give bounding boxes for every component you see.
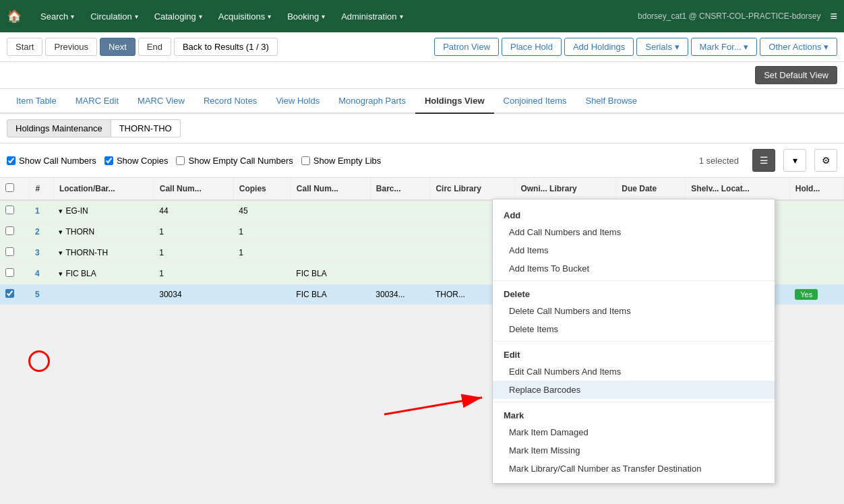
row-call-num2: [291, 200, 370, 222]
row-copies: [233, 263, 291, 284]
col-hold: Hold...: [789, 178, 843, 200]
col-barcode: Barc...: [370, 178, 430, 200]
next-button[interactable]: Next: [100, 38, 135, 56]
show-empty-libs-option[interactable]: Show Empty Libs: [301, 156, 381, 166]
hamburger-menu-icon[interactable]: ≡: [830, 9, 837, 24]
set-default-view-row: Set Default View: [0, 62, 844, 89]
show-empty-libs-label: Show Empty Libs: [313, 156, 381, 166]
row-checkbox-selected[interactable]: [5, 289, 14, 298]
set-default-view-button[interactable]: Set Default View: [755, 66, 837, 84]
row-location: ▾THORN-TH: [53, 243, 154, 263]
menu-item-add-call-numbers[interactable]: Add Call Numbers and Items: [493, 223, 775, 241]
row-num: 5: [30, 284, 53, 305]
back-to-results-button[interactable]: Back to Results (1 / 3): [174, 38, 278, 56]
holdings-header: Holdings Maintenance THORN-THO: [0, 114, 844, 144]
show-call-numbers-checkbox[interactable]: [7, 156, 16, 165]
mark-for-button[interactable]: Mark For... ▾: [691, 38, 758, 56]
show-copies-option[interactable]: Show Copies: [104, 156, 169, 166]
row-call-num: 1: [154, 222, 233, 243]
row-copies: 1: [233, 222, 291, 243]
row-copies: [233, 284, 291, 305]
row-call-num: 30034: [154, 284, 233, 305]
row-call-num: 44: [154, 200, 233, 222]
row-hold: [789, 243, 843, 263]
row-num: 4: [30, 263, 53, 284]
show-empty-call-numbers-label: Show Empty Call Numbers: [188, 156, 293, 166]
hold-badge: Yes: [795, 289, 818, 300]
add-holdings-button[interactable]: Add Holdings: [564, 38, 634, 56]
holdings-maintenance-label: Holdings Maintenance: [7, 119, 111, 137]
serials-button[interactable]: Serials ▾: [636, 38, 688, 56]
expand-collapse-button[interactable]: ▾: [783, 149, 806, 172]
row-checkbox[interactable]: [5, 206, 14, 214]
show-copies-checkbox[interactable]: [104, 156, 113, 165]
nav-administration[interactable]: Administration ▾: [333, 0, 411, 32]
menu-section-delete-header: Delete: [493, 284, 775, 302]
col-shelving: Shelv... Locat...: [686, 178, 789, 200]
previous-button[interactable]: Previous: [45, 38, 97, 56]
tab-marc-edit[interactable]: MARC Edit: [66, 89, 128, 114]
end-button[interactable]: End: [138, 38, 171, 56]
row-location: ▾THORN: [53, 222, 154, 243]
selected-count: 1 selected: [699, 156, 739, 166]
start-button[interactable]: Start: [7, 38, 42, 56]
action-menu-button[interactable]: ☰: [752, 149, 775, 172]
row-hold: [789, 200, 843, 222]
patron-view-button[interactable]: Patron View: [434, 38, 499, 56]
col-owning-library: Owni... Library: [515, 178, 616, 200]
menu-item-add-items-bucket[interactable]: Add Items To Bucket: [493, 259, 775, 278]
row-barcode: [370, 243, 430, 263]
row-call-num2: [291, 243, 370, 263]
row-checkbox[interactable]: [5, 247, 14, 256]
holdings-location-value: THORN-THO: [111, 119, 181, 137]
row-checkbox[interactable]: [5, 226, 14, 235]
menu-item-add-items[interactable]: Add Items: [493, 241, 775, 259]
row-num: 1: [30, 200, 53, 222]
row-checkbox[interactable]: [5, 268, 14, 277]
col-call-num: Call Num...: [154, 178, 233, 200]
action-dropdown-menu: Add Add Call Numbers and Items Add Items…: [492, 199, 775, 305]
row-barcode: [370, 200, 430, 222]
settings-button[interactable]: ⚙: [814, 149, 837, 172]
row-barcode: [370, 222, 430, 243]
show-empty-call-numbers-option[interactable]: Show Empty Call Numbers: [176, 156, 293, 166]
tab-marc-view[interactable]: MARC View: [128, 89, 194, 114]
row-call-num2: [291, 222, 370, 243]
show-call-numbers-label: Show Call Numbers: [19, 156, 96, 166]
col-location: Location/Bar...: [53, 178, 154, 200]
nav-acquisitions[interactable]: Acquisitions ▾: [210, 0, 279, 32]
col-call-num2: Call Num...: [291, 178, 370, 200]
nav-search[interactable]: Search ▾: [32, 0, 82, 32]
tab-monograph-parts[interactable]: Monograph Parts: [329, 89, 415, 114]
select-all-checkbox[interactable]: [5, 183, 14, 192]
menu-section-add-header: Add: [493, 205, 775, 223]
tab-record-notes[interactable]: Record Notes: [194, 89, 266, 114]
col-circ-library: Circ Library: [430, 178, 515, 200]
row-hold: Yes: [789, 284, 843, 305]
row-location: ▾EG-IN: [53, 200, 154, 222]
col-copies: Copies: [233, 178, 291, 200]
place-hold-button[interactable]: Place Hold: [502, 38, 562, 56]
nav-booking[interactable]: Booking ▾: [279, 0, 333, 32]
show-copies-label: Show Copies: [117, 156, 169, 166]
home-icon[interactable]: 🏠: [7, 9, 22, 24]
tab-shelf-browse[interactable]: Shelf Browse: [576, 89, 646, 114]
tab-conjoined-items[interactable]: Conjoined Items: [494, 89, 576, 114]
tab-holdings-view[interactable]: Holdings View: [415, 89, 494, 114]
tab-view-holds[interactable]: View Holds: [266, 89, 329, 114]
nav-circulation[interactable]: Circulation ▾: [82, 0, 146, 32]
show-empty-call-numbers-checkbox[interactable]: [176, 156, 185, 165]
row-call-num: 1: [154, 243, 233, 263]
col-num: #: [30, 178, 53, 200]
row-hold: [789, 263, 843, 284]
show-empty-libs-checkbox[interactable]: [301, 156, 310, 165]
nav-cataloging[interactable]: Cataloging ▾: [146, 0, 210, 32]
row-location: [53, 284, 154, 305]
row-copies: 1: [233, 243, 291, 263]
options-bar: Show Call Numbers Show Copies Show Empty…: [0, 144, 844, 178]
show-call-numbers-option[interactable]: Show Call Numbers: [7, 156, 96, 166]
tab-item-table[interactable]: Item Table: [7, 89, 66, 114]
menu-item-delete-call-numbers[interactable]: Delete Call Numbers and Items: [493, 302, 775, 305]
other-actions-button[interactable]: Other Actions ▾: [760, 38, 837, 56]
row-copies: 45: [233, 200, 291, 222]
